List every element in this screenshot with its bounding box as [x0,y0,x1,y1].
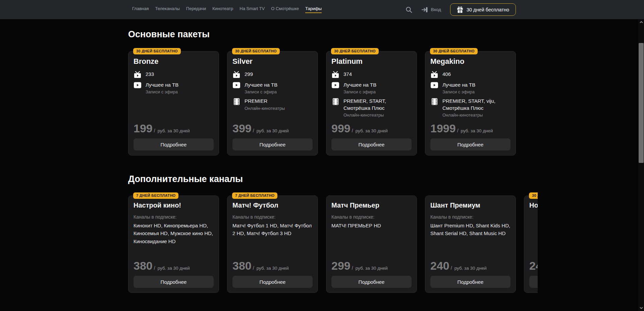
channel-pack-title: Настрой кино! [133,202,214,209]
trial-button[interactable]: 30 дней бесплатно [450,3,516,16]
best-tv-title: Лучшее на ТВ [146,82,178,88]
details-button[interactable]: Подробнее [430,276,511,288]
search-button[interactable] [406,6,412,13]
scrollbar-thumb[interactable] [639,43,644,163]
channel-pack-card: Матч Премьер Каналы в подписке: МАТЧ! ПР… [326,192,417,293]
best-tv-row: Лучшее на ТВ Записи с эфира [232,82,313,94]
price-value: 399 [232,123,252,134]
channels-list: Матч! Футбол 1 HD, Матч! Футбол 2 HD, Ма… [232,222,313,237]
nav-link[interactable]: На Smart TV [239,6,265,13]
details-button[interactable]: Подробнее [133,276,214,288]
trial-badge: 30 ДНЕЙ БЕСПЛАТНО [430,48,478,54]
tariff-title: Bronze [133,57,214,66]
best-tv-row: Лучшее на ТВ Записи с эфира [331,82,412,94]
cinemas-title: PREMIER, START, viju, Смотрёшка Плюс [442,98,511,112]
nav-link[interactable]: Кинотеатр [212,6,233,13]
price-separator: / [352,128,353,133]
nav-link[interactable]: Передачи [186,6,206,13]
price-value: 299 [331,260,351,271]
navbar-right-group: Вход 30 дней бесплатно [406,3,516,16]
price-separator: / [451,265,452,271]
navbar-inner: ГлавнаяТелеканалыПередачиКинотеатрНа Sma… [128,3,516,16]
main-packages-row: 30 ДНЕЙ БЕСПЛАТНО Bronze 233 [128,48,516,156]
nav-link[interactable]: О Смотрёшке [271,6,299,13]
price-row: 299 / руб. за 30 дней [331,260,412,271]
channels-count: 299 [245,71,253,78]
cinemas-subtitle: Онлайн-кинотеатры [442,113,511,118]
chevron-up-icon [640,21,643,23]
channels-count-row: 406 [430,71,511,78]
scroll-up-button[interactable] [638,19,644,25]
channels-count: 374 [343,71,352,78]
film-strip-icon [430,98,438,105]
details-button[interactable]: Подробнее [430,138,511,150]
channel-pack-card-body: Матч Премьер Каналы в подписке: МАТЧ! ПР… [326,195,417,293]
price-unit: руб. за 30 дней [158,128,190,133]
price-unit: руб. за 30 дней [461,128,493,133]
nav-links: ГлавнаяТелеканалыПередачиКинотеатрНа Sma… [132,6,322,13]
channel-pack-title: Матч! Футбол [232,202,313,209]
tariff-card: 30 ДНЕЙ БЕСПЛАТНО Bronze 233 [128,48,219,156]
login-button[interactable]: Вход [421,6,441,13]
gift-icon [457,6,463,13]
top-navbar: ГлавнаяТелеканалыПередачиКинотеатрНа Sma… [0,0,644,19]
price-row: 380 / руб. за 30 дней [232,260,313,271]
cinemas-title: PREMIER, START, Смотрёшка Плюс [343,98,412,112]
channel-pack-card-body: Ночной 240 / руб. за 30 дней Подробнее [524,195,538,293]
video-play-icon [331,82,339,88]
video-play-icon [133,82,142,88]
details-button[interactable]: Подробнее [133,138,214,150]
nav-link[interactable]: Тарифы [305,6,322,13]
trial-badge: 7 ДНЕЙ БЕСПЛАТНО [133,192,178,199]
search-icon [406,6,412,13]
price-value: 1999 [430,123,456,134]
trial-badge: 30 ДНЕЙ БЕСПЛАТНО [331,48,379,54]
film-strip-icon [331,98,339,105]
trial-badge: 30 ДНЕЙ БЕСПЛАТНО [232,48,280,54]
price-row: 399 / руб. за 30 дней [232,123,313,134]
best-tv-title: Лучшее на ТВ [343,82,376,88]
price-separator: / [253,128,254,133]
nav-link[interactable]: Главная [132,6,149,13]
price-value: 240 [430,260,449,271]
details-button[interactable]: Подробнее [529,276,538,288]
price-separator: / [154,128,155,133]
best-tv-subtitle: Записи с эфира [245,89,277,94]
channel-pack-card: 30 ДНЕЙ БЕСПЛАТНО Ночной 240 / руб. за 3… [524,192,538,293]
price-unit: руб. за 30 дней [356,128,388,133]
price-row: 199 / руб. за 30 дней [133,123,214,134]
nav-link[interactable]: Телеканалы [155,6,179,13]
details-button[interactable]: Подробнее [331,138,412,150]
price-value: 380 [232,260,252,271]
price-unit: руб. за 30 дней [454,266,487,271]
tariff-features: 374 Лучшее на ТВ Записи с эфира [331,71,412,118]
price-unit: руб. за 30 дней [158,266,190,271]
scrollbar-track[interactable] [638,19,644,311]
price-separator: / [352,265,353,271]
cinemas-title: PREMIER [245,98,285,104]
scroll-down-button[interactable] [638,305,644,311]
channels-count: 233 [146,71,154,78]
tariff-card: 30 ДНЕЙ БЕСПЛАТНО Platinum 374 [326,48,417,156]
channels-label: Каналы в подписке: [331,214,412,220]
channels-count-row: 374 [331,71,412,78]
price-unit: руб. за 30 дней [356,266,388,271]
details-button[interactable]: Подробнее [232,276,313,288]
best-tv-subtitle: Записи с эфира [146,89,178,94]
chevron-down-icon [640,307,643,309]
tariff-card: 30 ДНЕЙ БЕСПЛАТНО Silver 299 [227,48,318,156]
details-button[interactable]: Подробнее [331,276,412,288]
tv-icon [232,71,240,78]
tariff-features: 406 Лучшее на ТВ Записи с эфира [430,71,511,118]
price-value: 380 [133,260,153,271]
channel-pack-card: Шант Премиум Каналы в подписке: Шант Pre… [425,192,516,293]
cinemas-row: PREMIER Онлайн-кинотеатры [232,98,313,110]
channel-pack-title: Матч Премьер [331,202,412,209]
price-separator: / [154,265,155,271]
channel-pack-card: 7 ДНЕЙ БЕСПЛАТНО Настрой кино! Каналы в … [128,192,219,293]
extra-channels-carousel: 7 ДНЕЙ БЕСПЛАТНО Настрой кино! Каналы в … [128,192,538,293]
best-tv-title: Лучшее на ТВ [245,82,277,88]
tariff-card-body: Bronze 233 [128,51,219,156]
channels-label: Каналы в подписке: [232,214,313,220]
details-button[interactable]: Подробнее [232,138,313,150]
